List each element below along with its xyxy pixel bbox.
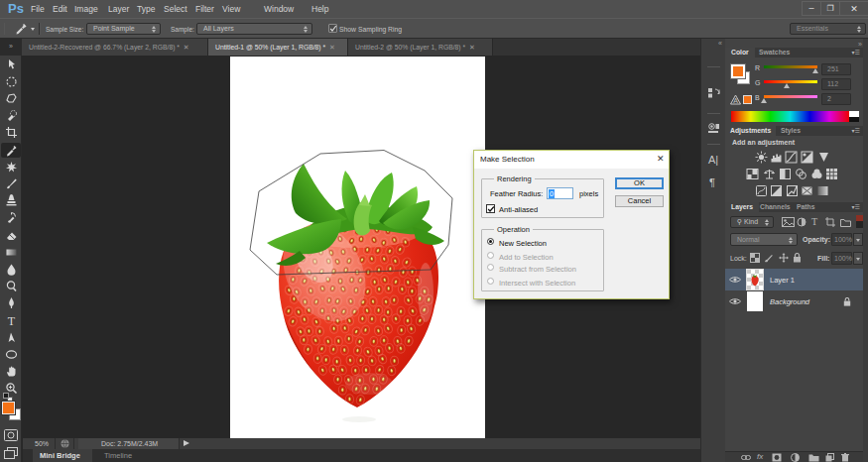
svg-text:T: T — [8, 314, 16, 327]
svg-text:A: A — [733, 97, 738, 104]
